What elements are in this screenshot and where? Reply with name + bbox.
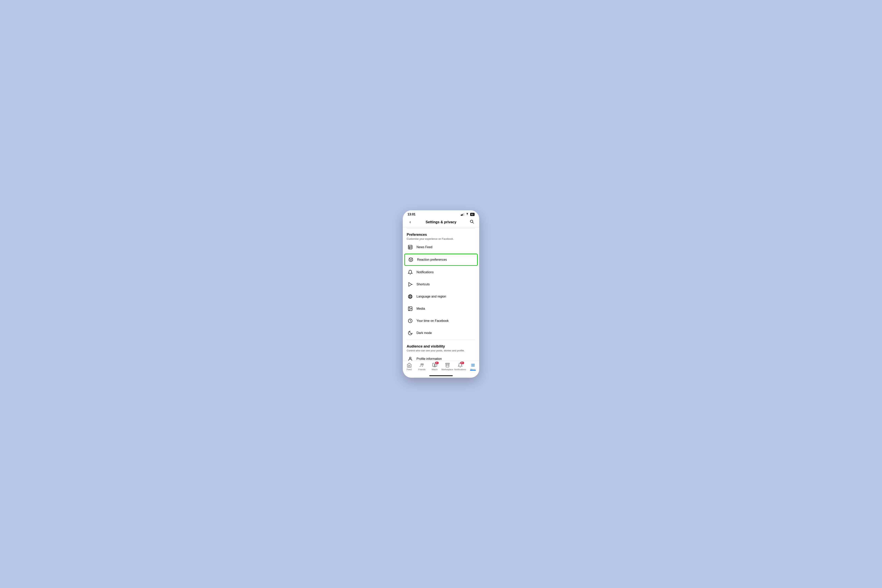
menu-nav-icon <box>470 362 476 368</box>
svg-rect-2 <box>463 213 464 216</box>
media-label: Media <box>417 307 425 310</box>
menu-item-media[interactable]: Media <box>403 303 479 315</box>
feed-nav-label: Feed <box>407 368 412 370</box>
status-bar: 13:01 82 <box>403 210 479 218</box>
watch-nav-icon: 8 <box>432 362 438 368</box>
status-time: 13:01 <box>408 213 416 216</box>
dark-mode-label: Dark mode <box>417 331 432 335</box>
svg-line-5 <box>472 222 474 223</box>
news-feed-icon <box>407 244 414 250</box>
svg-point-33 <box>421 364 422 365</box>
signal-icon <box>461 213 464 216</box>
page-title: Settings & privacy <box>426 220 456 224</box>
language-icon <box>407 293 414 300</box>
nav-header: ‹ Settings & privacy <box>403 218 479 227</box>
reaction-preferences-icon <box>407 256 414 263</box>
profile-label: Profile information <box>417 357 442 361</box>
feed-nav-icon <box>406 362 412 368</box>
time-label: Your time on Facebook <box>417 319 448 322</box>
bottom-nav-feed[interactable]: Feed <box>403 362 416 370</box>
bottom-nav-marketplace[interactable]: Marketplace <box>441 362 454 370</box>
wifi-icon <box>465 213 469 216</box>
audience-section-header: Audience and visibility Control who can … <box>403 341 479 353</box>
search-button[interactable] <box>468 219 475 225</box>
svg-rect-6 <box>408 245 412 249</box>
preferences-subtitle: Customise your experience on Facebook. <box>407 237 475 240</box>
shortcuts-icon <box>407 281 414 288</box>
menu-item-language[interactable]: Language and region <box>403 291 479 303</box>
reaction-preferences-label: Reaction preferences <box>417 258 447 261</box>
news-feed-label: News Feed <box>417 245 432 249</box>
active-indicator <box>470 370 476 370</box>
svg-point-15 <box>410 295 411 298</box>
menu-item-reaction-preferences[interactable]: Reaction preferences <box>404 254 478 266</box>
friends-nav-icon <box>419 362 425 368</box>
notifications-pref-label: Notifications <box>417 270 434 274</box>
divider-mid <box>407 340 475 340</box>
phone-container: 13:01 82 ‹ Settings & privacy <box>403 210 479 378</box>
audience-subtitle: Control who can see your posts, stories … <box>407 349 475 352</box>
notifications-pref-icon <box>407 269 414 276</box>
media-icon <box>407 305 414 312</box>
notifications-nav-icon: 9+ <box>458 362 463 368</box>
marketplace-nav-icon <box>445 362 450 368</box>
profile-icon <box>407 356 414 361</box>
battery-icon: 82 <box>470 213 474 216</box>
back-button[interactable]: ‹ <box>407 219 414 225</box>
preferences-title: Preferences <box>407 232 475 237</box>
svg-point-14 <box>408 295 412 298</box>
menu-item-shortcuts[interactable]: Shortcuts <box>403 278 479 291</box>
scroll-area[interactable]: Preferences Customise your experience on… <box>403 227 479 361</box>
notifications-badge: 9+ <box>460 362 464 364</box>
svg-point-12 <box>411 259 412 260</box>
home-bar <box>429 375 453 376</box>
friends-nav-label: Friends <box>418 368 426 370</box>
menu-item-time[interactable]: Your time on Facebook <box>403 315 479 327</box>
shortcuts-label: Shortcuts <box>417 283 430 286</box>
home-indicator <box>403 375 479 378</box>
menu-item-profile[interactable]: Profile information <box>403 353 479 361</box>
time-icon <box>407 317 414 324</box>
svg-point-34 <box>422 364 423 365</box>
divider-top <box>407 228 475 228</box>
status-icons: 82 <box>461 213 474 216</box>
bottom-nav-menu[interactable]: Menu <box>466 362 479 370</box>
bottom-nav: Feed Friends <box>403 361 479 375</box>
language-label: Language and region <box>417 295 446 298</box>
menu-item-dark-mode[interactable]: Dark mode <box>403 327 479 339</box>
marketplace-nav-label: Marketplace <box>442 368 453 370</box>
dark-mode-icon <box>407 330 414 336</box>
preferences-section-header: Preferences Customise your experience on… <box>403 229 479 241</box>
svg-marker-37 <box>434 364 435 366</box>
bottom-nav-friends[interactable]: Friends <box>416 362 428 370</box>
svg-rect-3 <box>464 213 464 216</box>
svg-rect-0 <box>461 214 462 216</box>
notifications-nav-label: Notifications <box>454 368 466 370</box>
audience-title: Audience and visibility <box>407 344 475 348</box>
bottom-nav-watch[interactable]: 8 Watch <box>428 362 441 370</box>
menu-item-notifications-pref[interactable]: Notifications <box>403 266 479 278</box>
watch-badge: 8 <box>435 362 439 364</box>
menu-item-news-feed[interactable]: News Feed <box>403 241 479 253</box>
watch-nav-label: Watch <box>432 368 438 370</box>
svg-point-11 <box>410 259 410 260</box>
svg-rect-1 <box>462 214 462 216</box>
svg-point-19 <box>409 308 410 308</box>
bottom-nav-notifications[interactable]: 9+ Notifications <box>454 362 466 370</box>
svg-point-21 <box>410 357 411 359</box>
